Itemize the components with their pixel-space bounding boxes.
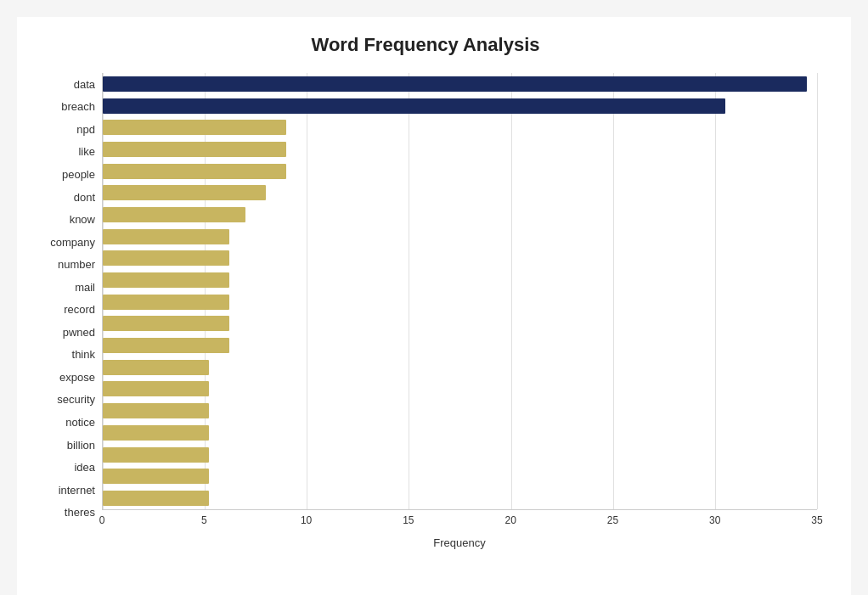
chart-container: Word Frequency Analysis databreachnpdlik… [17, 17, 851, 595]
bar-notice [103, 403, 209, 418]
bar-row [103, 336, 817, 355]
bar-people [103, 164, 286, 179]
y-label: record [34, 304, 102, 315]
y-label: theres [34, 507, 102, 518]
grid-line [511, 73, 512, 509]
y-label: idea [34, 462, 102, 473]
x-tick: 30 [709, 514, 720, 526]
y-label: breach [34, 101, 102, 112]
x-tick: 15 [403, 514, 414, 526]
bar-row [103, 314, 817, 333]
bar-think [103, 338, 229, 353]
y-label: like [34, 146, 102, 157]
bar-row [103, 118, 817, 137]
bar-like [103, 142, 286, 157]
bar-company [103, 229, 229, 244]
x-tick: 35 [811, 514, 822, 526]
y-label: security [34, 394, 102, 405]
x-tick: 25 [607, 514, 618, 526]
bar-billion [103, 425, 209, 441]
bar-theres [103, 491, 209, 506]
bar-pwned [103, 316, 229, 331]
bar-record [103, 295, 229, 310]
y-label: npd [34, 124, 102, 135]
y-label: think [34, 349, 102, 360]
x-axis: 05101520253035 [102, 509, 817, 535]
grid-lines [103, 73, 817, 509]
grid-line [205, 73, 206, 509]
bar-dont [103, 185, 266, 200]
bar-security [103, 381, 209, 396]
plot-area: 05101520253035 Frequency [102, 73, 817, 549]
bar-row [103, 205, 817, 224]
x-tick: 5 [201, 514, 207, 526]
chart-title: Word Frequency Analysis [34, 34, 817, 56]
bar-know [103, 207, 245, 222]
x-tick: 0 [99, 514, 105, 526]
bar-row [103, 467, 817, 486]
bar-row [103, 227, 817, 246]
y-label: internet [34, 485, 102, 496]
x-axis-label: Frequency [102, 536, 817, 549]
bar-row [103, 379, 817, 398]
bar-row [103, 140, 817, 159]
grid-line [307, 73, 307, 509]
grid-line [817, 73, 818, 509]
y-axis: databreachnpdlikepeopledontknowcompanynu… [34, 73, 102, 549]
y-label: number [34, 259, 102, 270]
x-tick: 20 [504, 514, 516, 526]
grid-line [613, 73, 614, 509]
bar-row [103, 249, 817, 267]
bar-row [103, 97, 817, 115]
bar-row [103, 446, 817, 464]
grid-line [409, 73, 409, 509]
bar-breach [103, 98, 725, 114]
bars-container [102, 73, 817, 509]
y-label: company [34, 237, 102, 248]
y-label: know [34, 214, 102, 225]
bar-data [103, 76, 807, 92]
bar-row [103, 293, 817, 312]
bar-row [103, 75, 817, 93]
grid-line [103, 73, 104, 509]
chart-area: databreachnpdlikepeopledontknowcompanynu… [34, 73, 817, 549]
bar-row [103, 183, 817, 202]
x-tick: 10 [301, 514, 312, 526]
bar-row [103, 489, 817, 508]
y-label: dont [34, 192, 102, 203]
bar-mail [103, 272, 229, 288]
bar-row [103, 401, 817, 420]
y-label: mail [34, 282, 102, 293]
bar-row [103, 358, 817, 377]
bar-idea [103, 447, 209, 463]
bar-row [103, 271, 817, 289]
bar-number [103, 250, 229, 266]
y-label: pwned [34, 327, 102, 338]
y-label: data [34, 79, 102, 90]
y-label: billion [34, 440, 102, 451]
bar-row [103, 162, 817, 181]
bar-npd [103, 120, 286, 135]
bar-row [103, 424, 817, 442]
bar-expose [103, 360, 209, 375]
y-label: expose [34, 372, 102, 383]
y-label: people [34, 169, 102, 180]
grid-line [715, 73, 716, 509]
bar-internet [103, 469, 209, 484]
y-label: notice [34, 417, 102, 428]
